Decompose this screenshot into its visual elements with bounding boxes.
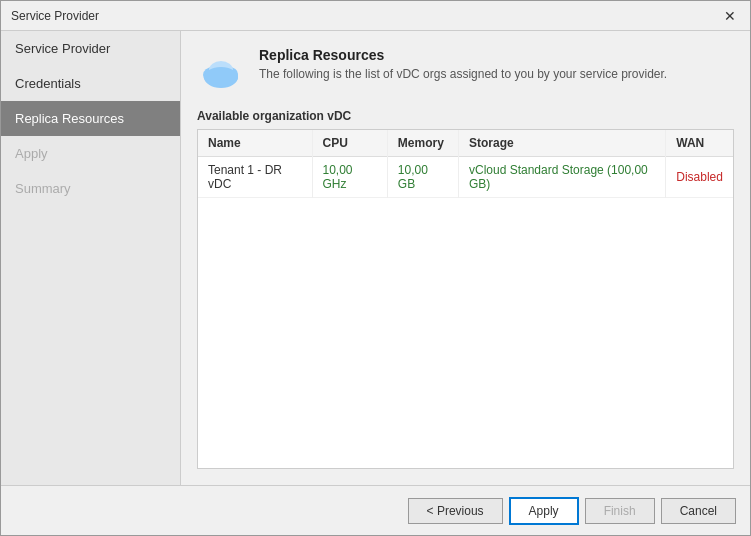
dialog: Service Provider ✕ Service Provider Cred… xyxy=(0,0,751,536)
main-content: Replica Resources The following is the l… xyxy=(181,31,750,485)
vdc-table-container: Name CPU Memory Storage WAN Tenant 1 - D… xyxy=(197,129,734,469)
header-section: Replica Resources The following is the l… xyxy=(197,47,734,95)
previous-button[interactable]: < Previous xyxy=(408,498,503,524)
table-row: Tenant 1 - DR vDC10,00 GHz10,00 GBvCloud… xyxy=(198,157,733,198)
header-text: Replica Resources The following is the l… xyxy=(259,47,667,81)
cloud-icon xyxy=(197,47,245,95)
close-button[interactable]: ✕ xyxy=(720,6,740,26)
footer: < Previous Apply Finish Cancel xyxy=(1,485,750,535)
dialog-title: Service Provider xyxy=(11,9,99,23)
col-memory: Memory xyxy=(387,130,458,157)
col-storage: Storage xyxy=(459,130,666,157)
table-header-row: Name CPU Memory Storage WAN xyxy=(198,130,733,157)
sidebar-item-summary: Summary xyxy=(1,171,180,206)
titlebar: Service Provider ✕ xyxy=(1,1,750,31)
apply-button[interactable]: Apply xyxy=(509,497,579,525)
section-heading: Replica Resources xyxy=(259,47,667,63)
section-description: The following is the list of vDC orgs as… xyxy=(259,67,667,81)
sidebar: Service Provider Credentials Replica Res… xyxy=(1,31,181,485)
sidebar-item-service-provider[interactable]: Service Provider xyxy=(1,31,180,66)
col-name: Name xyxy=(198,130,312,157)
vdc-table: Name CPU Memory Storage WAN Tenant 1 - D… xyxy=(198,130,733,198)
section-title: Available organization vDC xyxy=(197,109,734,123)
cancel-button[interactable]: Cancel xyxy=(661,498,736,524)
svg-point-4 xyxy=(204,67,238,87)
finish-button: Finish xyxy=(585,498,655,524)
col-cpu: CPU xyxy=(312,130,387,157)
sidebar-item-replica-resources[interactable]: Replica Resources xyxy=(1,101,180,136)
content-area: Service Provider Credentials Replica Res… xyxy=(1,31,750,485)
sidebar-item-apply: Apply xyxy=(1,136,180,171)
col-wan: WAN xyxy=(666,130,733,157)
sidebar-item-credentials[interactable]: Credentials xyxy=(1,66,180,101)
